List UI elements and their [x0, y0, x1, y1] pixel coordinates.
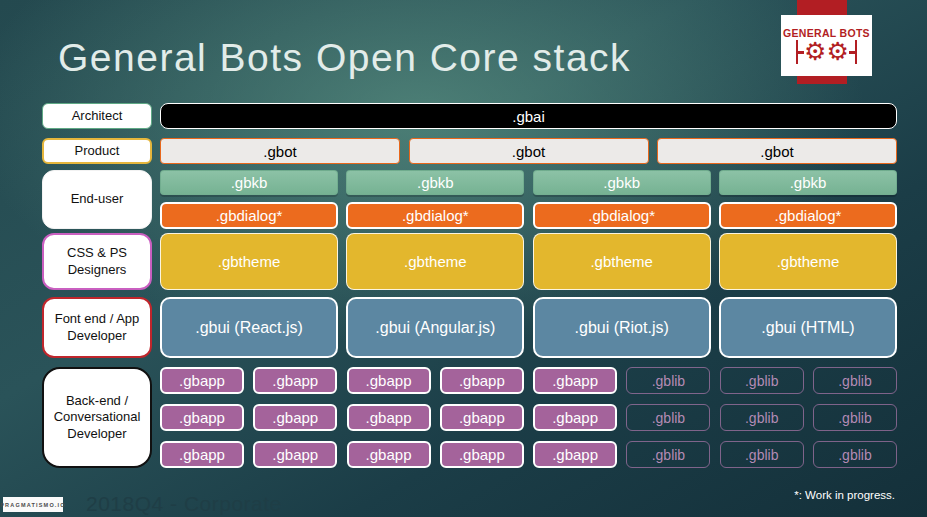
gbapp-box: .gbapp	[440, 367, 524, 394]
footer-edition-text: 2018Q4 - Corporate	[86, 492, 282, 516]
gears-icon: ⚙ ⚙	[796, 40, 858, 64]
page-title: General Bots Open Core stack	[58, 36, 631, 80]
gbapp-box: .gbapp	[253, 367, 337, 394]
slide-canvas: General Bots Open Core stack GENERAL BOT…	[0, 0, 927, 517]
gblib-box: .gblib	[813, 367, 897, 394]
gbapp-box: .gbapp	[160, 367, 244, 394]
row-dev-1: .gbapp .gbapp .gbapp .gbapp .gbapp .gbli…	[160, 367, 897, 394]
gbdialog-box: .gbdialog*	[346, 202, 524, 229]
gbui-riot-box: .gbui (Riot.js)	[533, 297, 711, 358]
row-gbai: .gbai	[160, 103, 897, 129]
gbot-box: .gbot	[409, 138, 649, 164]
role-label-frontend-app-developer: Font end / App Developer	[42, 297, 152, 358]
gbtheme-box: .gbtheme	[160, 233, 338, 290]
gbapp-box: .gbapp	[253, 404, 337, 431]
gblib-box: .gblib	[626, 367, 710, 394]
row-gbdialog: .gbdialog* .gbdialog* .gbdialog* .gbdial…	[160, 202, 897, 229]
gbkb-box: .gbkb	[719, 170, 897, 195]
gbapp-box: .gbapp	[347, 367, 431, 394]
gbapp-box: .gbapp	[347, 441, 431, 468]
gbot-box: .gbot	[160, 138, 400, 164]
gblib-box: .gblib	[626, 404, 710, 431]
gbui-html-box: .gbui (HTML)	[719, 297, 897, 358]
row-gbot: .gbot .gbot .gbot	[160, 138, 897, 164]
gbui-angular-box: .gbui (Angular.js)	[346, 297, 524, 358]
gbkb-box: .gbkb	[346, 170, 524, 195]
gbapp-box: .gbapp	[253, 441, 337, 468]
gear-icon: ⚙	[804, 40, 826, 64]
gbdialog-box: .gbdialog*	[719, 202, 897, 229]
gblib-box: .gblib	[720, 441, 804, 468]
gbapp-box: .gbapp	[160, 404, 244, 431]
row-dev-3: .gbapp .gbapp .gbapp .gbapp .gbapp .gbli…	[160, 441, 897, 468]
gbtheme-box: .gbtheme	[346, 233, 524, 290]
gbkb-box: .gbkb	[160, 170, 338, 195]
role-label-product: Product	[42, 138, 152, 164]
role-label-end-user: End-user	[42, 170, 152, 229]
gblib-box: .gblib	[813, 441, 897, 468]
gbapp-box: .gbapp	[160, 441, 244, 468]
gbapp-box: .gbapp	[533, 441, 617, 468]
row-gbui: .gbui (React.js) .gbui (Angular.js) .gbu…	[160, 297, 897, 358]
gbtheme-box: .gbtheme	[533, 233, 711, 290]
gbtheme-box: .gbtheme	[719, 233, 897, 290]
gbapp-box: .gbapp	[533, 404, 617, 431]
logo-right-bar	[855, 40, 858, 64]
gbdialog-box: .gbdialog*	[533, 202, 711, 229]
gbai-box: .gbai	[160, 103, 897, 129]
gbapp-box: .gbapp	[533, 367, 617, 394]
gbot-box: .gbot	[657, 138, 897, 164]
gbapp-box: .gbapp	[347, 404, 431, 431]
gbdialog-box: .gbdialog*	[160, 202, 338, 229]
gblib-box: .gblib	[720, 404, 804, 431]
pragmatismo-badge: PRAGMATISMO.IO	[3, 497, 63, 512]
work-in-progress-note: *: Work in progress.	[794, 489, 895, 501]
role-label-architect: Architect	[42, 103, 152, 129]
row-dev-2: .gbapp .gbapp .gbapp .gbapp .gbapp .gbli…	[160, 404, 897, 431]
role-label-backend-conversational-developer: Back-end / Conversational Developer	[42, 367, 152, 468]
gblib-box: .gblib	[720, 367, 804, 394]
role-label-css-ps-designers: CSS & PS Designers	[42, 233, 152, 290]
gbapp-box: .gbapp	[440, 404, 524, 431]
gbkb-box: .gbkb	[533, 170, 711, 195]
gbapp-box: .gbapp	[440, 441, 524, 468]
gblib-box: .gblib	[626, 441, 710, 468]
row-gbkb: .gbkb .gbkb .gbkb .gbkb	[160, 170, 897, 195]
general-bots-logo: GENERAL BOTS ⚙ ⚙	[781, 15, 872, 76]
gblib-box: .gblib	[813, 404, 897, 431]
gear-icon: ⚙	[827, 40, 849, 64]
gbui-react-box: .gbui (React.js)	[160, 297, 338, 358]
row-gbtheme: .gbtheme .gbtheme .gbtheme .gbtheme	[160, 233, 897, 290]
